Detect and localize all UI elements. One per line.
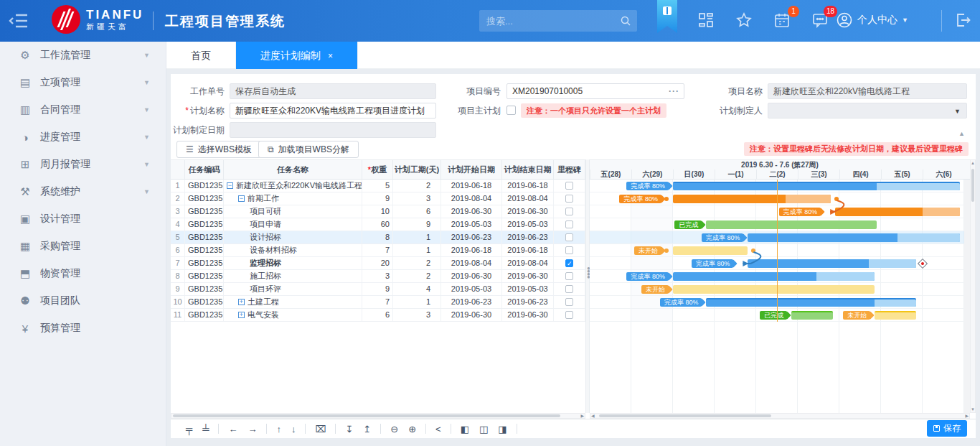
scroll-left-icon[interactable]: ◀ [591,413,595,419]
plan-name-field[interactable]: 新疆欣旺至众和220KV输电线路工程项目进度计划 [230,103,436,119]
milestone-checkbox[interactable] [565,220,573,228]
milestone-checkbox[interactable] [565,259,573,267]
gantt-bar[interactable] [673,272,875,281]
horizontal-scroll-thumb[interactable] [173,414,560,417]
sidebar-item-2[interactable]: ▤立项管理▼ [0,69,166,96]
vertical-scroll-thumb[interactable] [971,169,974,202]
table-row[interactable]: 6GBD1235设备材料招标712019-06-182019-06-18 [171,244,585,257]
move-up-icon[interactable]: ↑ [276,424,281,434]
user-menu[interactable]: 个人中心 ▼ [836,11,908,29]
scroll-up-icon[interactable]: ▲ [971,161,975,165]
collapse-form-icon[interactable]: ▲ [958,130,965,137]
plan-author-select[interactable]: ▼ [768,103,967,119]
search-input[interactable] [486,16,620,27]
sidebar-item-11[interactable]: ¥预算管理 [0,315,166,342]
gantt-bar[interactable] [673,195,831,203]
load-project-wbs-button[interactable]: ⧉加载项目WBS分解 [258,141,359,158]
link-tasks-icon[interactable]: < [435,424,441,434]
project-code-field[interactable]: XM201907010005 ··· [507,83,684,99]
milestone-checkbox[interactable] [565,246,573,254]
schedule-calendar-icon[interactable]: 1 [773,11,792,30]
collapse-all-icon[interactable]: ↥ [363,424,371,434]
sidebar-item-1[interactable]: ⚙工作流管理▼ [0,42,166,69]
indent-icon[interactable]: → [248,424,257,434]
search-icon[interactable] [620,15,631,27]
tree-collapse-icon[interactable]: − [227,182,233,189]
milestone-checkbox[interactable] [565,311,573,319]
move-down-icon[interactable]: ↓ [291,424,296,434]
milestone-checkbox[interactable] [565,233,573,241]
expand-all-icon[interactable]: ↧ [345,424,353,434]
gantt-bar[interactable] [875,311,916,320]
table-row[interactable]: 11GBD1235+电气安装632019-06-302019-06-30 [171,309,585,322]
add-task-above-icon[interactable]: ╤ [186,424,192,434]
sidebar-item-4[interactable]: ◑进度管理▼ [0,124,166,151]
tab-home[interactable]: 首页 [166,42,236,69]
master-plan-label: 项目主计划 [443,103,501,119]
milestone-checkbox[interactable] [565,298,573,306]
favorites-star-icon[interactable] [735,11,754,30]
logout-icon[interactable] [954,11,973,30]
gantt-bar[interactable] [706,220,877,229]
table-row[interactable]: 3GBD1235项目可研1062019-06-302019-06-30 [171,205,585,218]
gantt-bar[interactable] [748,233,960,242]
table-row[interactable]: 2GBD1235−前期工作932019-08-042019-08-04 [171,192,585,205]
scroll-right-icon[interactable]: ▶ [965,413,969,419]
horizontal-scroll-thumb[interactable] [599,414,771,417]
gantt-horizontal-scrollbar[interactable]: ◀ ▶ [590,413,970,419]
gantt-bar[interactable] [748,259,916,268]
select-caret-icon[interactable]: ▼ [954,103,961,119]
sidebar-item-3[interactable]: ▥合同管理▼ [0,96,166,124]
gantt-bar[interactable] [673,182,960,190]
sidebar-collapse-icon[interactable] [9,12,30,29]
table-horizontal-scrollbar[interactable]: ▶ [171,413,585,419]
table-row[interactable]: 8GBD1235施工招标322019-06-302019-06-30 [171,270,585,283]
tree-collapse-icon[interactable]: − [238,195,245,202]
outdent-icon[interactable]: ← [228,424,237,434]
milestone-checkbox[interactable] [565,208,573,215]
sidebar-item-8[interactable]: ▦采购管理 [0,233,166,260]
zoom-out-icon[interactable]: ⊖ [390,424,398,434]
save-button[interactable]: 保存 [927,420,967,437]
table-row[interactable]: 10GBD1235+土建工程712019-06-232019-06-23 [171,296,585,309]
global-search-box[interactable] [479,10,637,32]
select-wbs-template-button[interactable]: ☰选择WBS模板 [176,141,261,158]
messages-chat-icon[interactable]: 18 [811,11,830,30]
gantt-bar[interactable] [673,285,875,294]
layout-split-icon[interactable]: ◫ [479,424,488,434]
table-row[interactable]: 9GBD1235项目环评942019-05-032019-05-03 [171,283,585,296]
sidebar-item-7[interactable]: ▣设计管理 [0,205,166,233]
add-task-below-icon[interactable]: ╧ [202,424,209,434]
sidebar-item-5[interactable]: ⊞周月报管理▼ [0,151,166,178]
scroll-down-icon[interactable]: ▼ [971,407,975,412]
gantt-bar[interactable] [706,298,916,307]
scroll-right-icon[interactable]: ▶ [580,413,584,419]
tab-progress-plan[interactable]: 进度计划编制× [236,42,358,69]
layout-left-icon[interactable]: ◧ [461,424,469,434]
milestone-checkbox[interactable] [565,195,573,203]
table-row[interactable]: 7GBD1235监理招标2022019-08-042019-08-04 [171,257,585,270]
milestone-checkbox[interactable] [565,182,573,190]
delete-task-icon[interactable]: ⌧ [315,424,326,434]
close-tab-icon[interactable]: × [328,51,333,61]
tree-expand-icon[interactable]: + [238,299,245,305]
more-options-icon[interactable]: ··· [669,84,679,98]
gantt-vertical-scrollbar[interactable]: ▲ ▼ [970,159,976,413]
bookmark-ribbon-icon[interactable] [657,0,677,33]
zoom-in-icon[interactable]: ⊕ [408,424,416,434]
layout-right-icon[interactable]: ◨ [498,424,507,434]
apps-grid-icon[interactable] [697,11,716,30]
gantt-bar[interactable] [835,208,960,216]
gantt-bar[interactable] [673,246,748,255]
table-row[interactable]: 1GBD1235−新建欣旺至众和220KV输电线路工程522019-06-182… [171,180,585,192]
table-row[interactable]: 5GBD1235设计招标812019-06-232019-06-23 [171,231,585,244]
milestone-checkbox[interactable] [565,285,573,293]
master-plan-checkbox[interactable] [507,106,516,115]
table-row[interactable]: 4GBD1235项目申请6092019-05-032019-05-03 [171,218,585,231]
sidebar-item-10[interactable]: ⚉项目团队 [0,287,166,315]
gantt-bar[interactable] [791,311,833,320]
sidebar-item-9[interactable]: ⬒物资管理 [0,260,166,287]
milestone-checkbox[interactable] [565,272,573,280]
sidebar-item-6[interactable]: ⚒系统维护▼ [0,178,166,205]
tree-expand-icon[interactable]: + [238,312,245,318]
